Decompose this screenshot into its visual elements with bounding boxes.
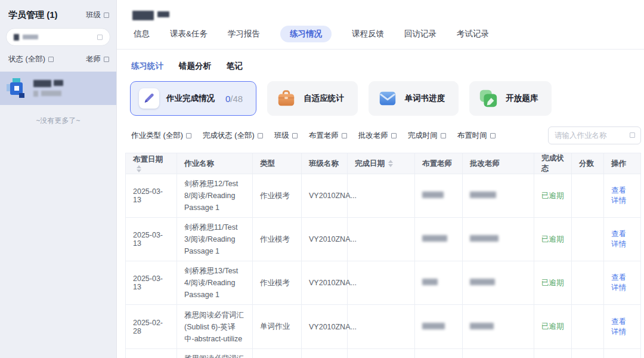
teacher-filter-dropdown[interactable]: 老师 <box>86 54 109 64</box>
card-open-question-bank[interactable]: 开放题库 <box>469 81 552 116</box>
dropdown-icon <box>391 133 397 138</box>
card-adaptive-stats[interactable]: 自适应统计 <box>267 81 358 116</box>
table-row: 2025-03-13 剑桥雅思12/Test 8/阅读/Reading Pass… <box>126 174 641 218</box>
filter-completion-status[interactable]: 完成状态 (全部) <box>203 131 263 141</box>
filter-completion-time[interactable]: 完成时间 <box>408 131 446 141</box>
cell-assign-date: 2025-03-13 <box>126 218 177 261</box>
cell-class-name: VY2010ZNA... <box>302 174 348 218</box>
cell-action: 查看详情 <box>604 261 641 305</box>
sidebar-title: 学员管理 (1) <box>8 10 58 21</box>
dropdown-icon <box>258 133 263 138</box>
table-row: 2025-03-13 剑桥雅思13/Test 4/阅读/Reading Pass… <box>126 261 641 305</box>
search-icon <box>630 132 635 138</box>
redacted-teacher-name <box>422 192 444 198</box>
cell-assign-date: 2025-02-27 <box>126 349 177 358</box>
homework-table-wrap: 布置日期 作业名称 类型 班级名称 完成日期 布置老师 批改老师 完成状态 分数… <box>117 144 644 358</box>
cell-class-name: VY2010ZNA... <box>302 261 348 305</box>
dropdown-icon <box>292 133 298 138</box>
card-label: 单词书进度 <box>405 93 445 104</box>
student-search-input[interactable] <box>6 28 110 46</box>
tab-practice-status[interactable]: 练习情况 <box>280 26 332 42</box>
homework-name-search-input[interactable] <box>548 126 641 144</box>
redacted-teacher-name <box>470 235 499 242</box>
view-details-link[interactable]: 查看详情 <box>611 273 626 292</box>
pencil-icon <box>139 88 159 109</box>
tab-followup-records[interactable]: 回访记录 <box>404 26 436 42</box>
redacted-teacher-name <box>470 279 495 285</box>
cell-score <box>572 349 604 358</box>
cell-grading-teacher <box>463 305 534 349</box>
cell-assign-date: 2025-03-13 <box>126 174 177 218</box>
col-homework-name: 作业名称 <box>177 153 253 174</box>
filter-assigning-teacher[interactable]: 布置老师 <box>309 131 347 141</box>
cell-grading-teacher <box>463 349 534 358</box>
cell-status: 已逾期 <box>534 218 572 261</box>
class-filter-dropdown[interactable]: 班级 <box>86 10 109 20</box>
dropdown-icon <box>441 133 446 138</box>
filter-assign-time[interactable]: 布置时间 <box>457 131 496 141</box>
dropdown-icon <box>104 57 109 62</box>
cell-assigning-teacher <box>415 349 463 358</box>
cell-score <box>572 218 604 261</box>
redacted-text <box>23 35 38 39</box>
filter-homework-type[interactable]: 作业类型 (全部) <box>131 131 191 141</box>
view-details-link[interactable]: 查看详情 <box>611 317 626 336</box>
card-label: 开放题库 <box>506 93 538 104</box>
tab-study-report[interactable]: 学习报告 <box>228 26 260 42</box>
table-row: 2025-02-28 雅思阅读必背词汇 (Sublist 6)-英译中-abst… <box>126 305 641 349</box>
subtab-wrong-answer-analysis[interactable]: 错题分析 <box>179 61 211 72</box>
col-score: 分数 <box>572 153 604 174</box>
cell-assign-date: 2025-03-13 <box>126 261 177 305</box>
card-wordbook-progress[interactable]: 单词书进度 <box>369 81 459 116</box>
cell-assigning-teacher <box>415 261 463 305</box>
sort-icon[interactable] <box>137 165 141 172</box>
view-details-link[interactable]: 查看详情 <box>611 186 626 205</box>
subtab-notes[interactable]: 笔记 <box>227 61 243 72</box>
cell-status: 已逾期 <box>534 349 572 358</box>
cell-finish-date <box>348 305 415 349</box>
no-more-text: ~没有更多了~ <box>0 116 116 126</box>
card-label: 作业完成情况 <box>166 93 215 104</box>
cell-assigning-teacher <box>415 305 463 349</box>
col-finish-date: 完成日期 <box>348 153 415 174</box>
view-details-link[interactable]: 查看详情 <box>611 230 626 248</box>
search-icon <box>97 35 103 40</box>
dropdown-icon <box>342 133 347 138</box>
filter-grading-teacher[interactable]: 批改老师 <box>358 131 397 141</box>
cell-status: 已逾期 <box>534 174 572 218</box>
cell-finish-date <box>348 218 415 261</box>
tab-schedule-tasks[interactable]: 课表&任务 <box>170 26 208 42</box>
dropdown-icon <box>48 57 54 62</box>
subtab-practice-stats[interactable]: 练习统计 <box>131 61 163 72</box>
sort-icon[interactable] <box>388 160 393 167</box>
tab-course-feedback[interactable]: 课程反馈 <box>352 26 384 42</box>
cell-status: 已逾期 <box>534 261 572 305</box>
cell-finish-date <box>348 261 415 305</box>
tab-info[interactable]: 信息 <box>134 26 150 42</box>
stat-card-row: 作业完成情况 0/48 自适应统计 <box>117 72 644 116</box>
col-assign-date: 布置日期 <box>126 153 177 174</box>
cell-score <box>572 305 604 349</box>
filter-class[interactable]: 班级 <box>274 131 298 141</box>
col-grading-teacher: 批改老师 <box>463 153 534 174</box>
cell-score <box>572 261 604 305</box>
open-question-bank-icon <box>478 88 499 109</box>
redacted-teacher-name <box>470 192 496 198</box>
student-name-header <box>132 8 644 20</box>
cell-homework-name: 雅思阅读必背词汇 (Sublist 10)-英译中-adjacent-where… <box>177 349 253 358</box>
tab-exam-records[interactable]: 考试记录 <box>457 26 489 42</box>
col-assigning-teacher: 布置老师 <box>415 153 463 174</box>
cell-class-name: VY2010ZNA... <box>302 349 348 358</box>
wordbook-icon <box>377 88 398 109</box>
cell-finish-date <box>348 174 415 218</box>
student-list-item-selected[interactable] <box>0 72 116 105</box>
card-homework-completion[interactable]: 作业完成情况 0/48 <box>130 81 256 116</box>
briefcase-icon <box>276 88 296 109</box>
col-completion-status: 完成状态 <box>534 153 572 174</box>
cell-type: 单词作业 <box>253 305 302 349</box>
cell-status: 已逾期 <box>534 305 572 349</box>
class-filter-label: 班级 <box>86 10 101 20</box>
cell-action: 查看详情 <box>604 218 641 261</box>
student-sidebar: 学员管理 (1) 班级 状态 (全部) 老师 <box>0 0 117 358</box>
status-filter-dropdown[interactable]: 状态 (全部) <box>8 54 54 64</box>
